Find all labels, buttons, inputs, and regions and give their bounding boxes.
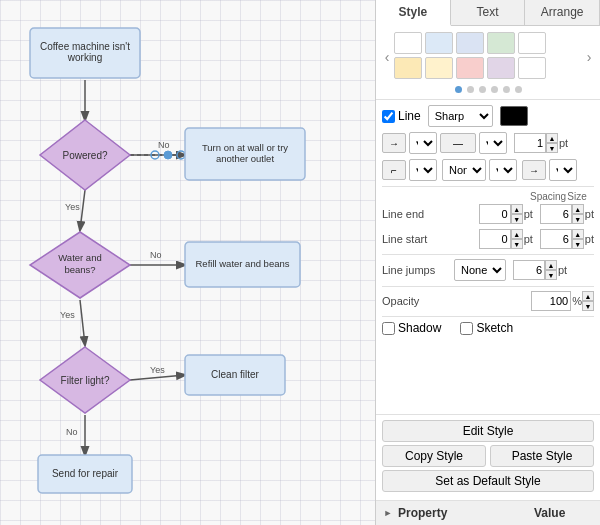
shadow-checkbox[interactable] [382,322,395,335]
line-jumps-row: Line jumps None Arc Gap ▲ ▼ pt [382,259,594,281]
swatch-white2[interactable] [518,32,546,54]
tab-style[interactable]: Style [376,0,451,26]
line-start-row: Line start ▲ ▼ pt ▲ ▼ pt [382,229,594,249]
dot-2[interactable] [467,86,474,93]
dot-6[interactable] [515,86,522,93]
line-end-size-wrap: ▲ ▼ pt [540,204,594,224]
swatch-blue-light[interactable] [456,32,484,54]
corner-btn[interactable]: ⌐ [382,160,406,180]
arrow-end-btn[interactable]: → [522,160,546,180]
swatch-white3[interactable] [518,57,546,79]
copy-paste-row: Copy Style Paste Style [382,445,594,467]
line-start-size-wrap: ▲ ▼ pt [540,229,594,249]
svg-text:Water and: Water and [58,252,101,263]
swatches-prev-button[interactable]: ‹ [380,50,394,64]
line-end-spacing[interactable] [479,204,511,224]
dot-3[interactable] [479,86,486,93]
les-down-1[interactable]: ▼ [572,214,584,224]
jump-size-input[interactable] [513,260,545,280]
corner-select[interactable]: ▾ [409,159,437,181]
line-start-spacing[interactable] [479,229,511,249]
le-down-1[interactable]: ▼ [511,214,523,224]
pt-down-1[interactable]: ▼ [546,143,558,153]
dot-1[interactable] [455,86,462,93]
svg-text:Powered?: Powered? [62,150,107,161]
sketch-checkbox[interactable] [460,322,473,335]
les-up-1[interactable]: ▲ [572,204,584,214]
dot-5[interactable] [503,86,510,93]
op-spin: ▲ ▼ [582,291,594,311]
value-header-label: Value [534,506,594,520]
op-down[interactable]: ▼ [582,301,594,311]
properties-section: Line Sharp Rounded Curved → ▾ — ▾ [376,100,600,415]
arrow-btn-right[interactable]: → [382,133,406,153]
arrow-select-1[interactable]: ▾ [409,132,437,154]
opacity-input[interactable] [531,291,571,311]
buttons-section: Edit Style Copy Style Paste Style Set as… [376,415,600,501]
swatches-next-button[interactable]: › [582,50,596,64]
edit-style-button[interactable]: Edit Style [382,420,594,442]
none-select[interactable]: None Arc Gap [442,159,486,181]
line-end-size[interactable] [540,204,572,224]
ls-down-1[interactable]: ▼ [511,239,523,249]
dot-4[interactable] [491,86,498,93]
pt-label-1: pt [559,137,568,149]
svg-line-5 [130,375,185,380]
arrow-row-2: ⌐ ▾ None Arc Gap ▾ → ▾ [382,159,594,181]
property-header-row: ► Property Value [382,506,594,520]
lss-up-1[interactable]: ▲ [572,229,584,239]
line-row: Line Sharp Rounded Curved [382,105,594,127]
line-end-row: Line end ▲ ▼ pt ▲ ▼ pt [382,204,594,224]
swatch-light-blue[interactable] [425,32,453,54]
swatch-white[interactable] [394,32,422,54]
swatch-light-red[interactable] [456,57,484,79]
line-style-select[interactable]: ▾ [479,132,507,154]
paste-style-button[interactable]: Paste Style [490,445,594,467]
swatch-yellow[interactable] [394,57,422,79]
les-unit-1: pt [585,208,594,220]
jump-size-wrap: ▲ ▼ pt [513,260,567,280]
le-unit-1: pt [524,208,533,220]
size-header-label: Size [562,191,592,202]
property-toggle-icon[interactable]: ► [382,507,394,519]
tab-arrange[interactable]: Arrange [525,0,600,25]
js-up[interactable]: ▲ [545,260,557,270]
svg-text:Yes: Yes [150,365,165,375]
swatch-light-green[interactable] [487,32,515,54]
pt-input-1[interactable] [514,133,546,153]
diagram-svg: Coffee machine isn't working Powered? No… [0,0,375,525]
arrow-row-1: → ▾ — ▾ ▲ ▼ pt [382,132,594,154]
op-up[interactable]: ▲ [582,291,594,301]
swatch-row-bottom [394,57,582,79]
ls-up-1[interactable]: ▲ [511,229,523,239]
pt-up-1[interactable]: ▲ [546,133,558,143]
sketch-label-wrap[interactable]: Sketch [460,321,513,335]
spacing-header-label: Spacing [530,191,560,202]
line-checkbox[interactable] [382,110,395,123]
line-color-box[interactable] [500,106,528,126]
arrow-end-select[interactable]: ▾ [549,159,577,181]
le-up-1[interactable]: ▲ [511,204,523,214]
none-select-2[interactable]: ▾ [489,159,517,181]
copy-style-button[interactable]: Copy Style [382,445,486,467]
svg-point-14 [164,151,172,159]
tab-text[interactable]: Text [451,0,526,25]
line-jumps-label: Line jumps [382,264,447,276]
swatches-grid [394,32,582,82]
swatch-light-purple[interactable] [487,57,515,79]
shadow-label-wrap[interactable]: Shadow [382,321,441,335]
diagram-canvas[interactable]: Coffee machine isn't working Powered? No… [0,0,375,525]
js-down[interactable]: ▼ [545,270,557,280]
swatch-light-yellow[interactable] [425,57,453,79]
svg-line-2 [80,190,85,230]
line-style-btn[interactable]: — [440,133,476,153]
opacity-unit: % [572,295,582,307]
sharp-select[interactable]: Sharp Rounded Curved [428,105,493,127]
line-checkbox-label[interactable]: Line [382,109,421,123]
set-default-button[interactable]: Set as Default Style [382,470,594,492]
opacity-wrap: % ▲ ▼ [531,291,594,311]
right-panel: Style Text Arrange ‹ [375,0,600,525]
lss-down-1[interactable]: ▼ [572,239,584,249]
line-start-size[interactable] [540,229,572,249]
line-jumps-select[interactable]: None Arc Gap [454,259,506,281]
